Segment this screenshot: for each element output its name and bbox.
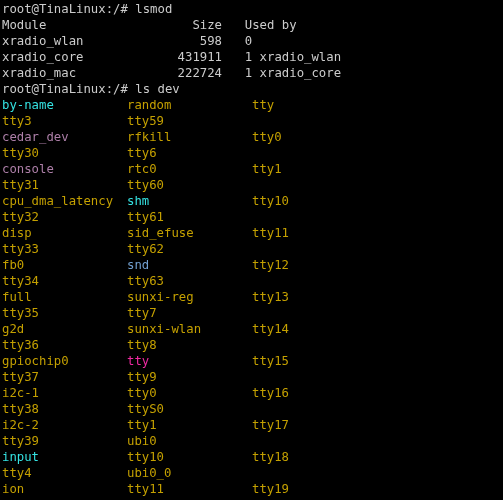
ls-entry: tty3 xyxy=(2,114,127,130)
ls-row: cpu_dma_latencyshmtty10tty32tty61 xyxy=(2,194,501,226)
ls-entry: sunxi-wlan xyxy=(127,322,252,338)
ls-entry: tty38 xyxy=(2,402,127,418)
ls-entry: tty33 xyxy=(2,242,127,258)
ls-entry: tty19 xyxy=(252,482,377,498)
lsmod-module: xradio_mac xyxy=(2,66,142,82)
ls-row: fullsunxi-regtty13tty35tty7 xyxy=(2,290,501,322)
lsmod-module: xradio_core xyxy=(2,50,142,66)
ls-entry: disp xyxy=(2,226,127,242)
ls-entry: random xyxy=(127,98,252,114)
ls-entry: cedar_dev xyxy=(2,130,127,146)
ls-entry: tty18 xyxy=(252,450,377,466)
ls-entry: tty11 xyxy=(252,226,377,242)
ls-entry: tty6 xyxy=(127,146,252,162)
ls-entry: input xyxy=(2,450,127,466)
lsmod-row: xradio_wlan598 0 xyxy=(2,34,501,50)
ls-entry: tty31 xyxy=(2,178,127,194)
ls-entry: tty15 xyxy=(252,354,377,370)
ls-entry: console xyxy=(2,162,127,178)
ls-row: iontty11tty19tty40ubi0_1 xyxy=(2,482,501,500)
ls-entry: ttyS0 xyxy=(127,402,252,418)
prompt-line-1: root@TinaLinux:/# lsmod xyxy=(2,2,501,18)
ls-row: i2c-2tty1tty17tty39ubi0 xyxy=(2,418,501,450)
command-lsmod: lsmod xyxy=(135,2,172,16)
ls-entry: tty xyxy=(252,98,377,114)
ls-entry: tty4 xyxy=(2,466,127,482)
ls-entry: tty1 xyxy=(252,162,377,178)
ls-entry: tty11 xyxy=(127,482,252,498)
ls-row: gpiochip0ttytty15tty37tty9 xyxy=(2,354,501,386)
lsmod-hdr-size: Size xyxy=(142,18,230,34)
ls-entry: tty32 xyxy=(2,210,127,226)
ls-entry: ubi0 xyxy=(127,434,252,450)
ls-row: cedar_devrfkilltty0tty30tty6 xyxy=(2,130,501,162)
ls-entry: sid_efuse xyxy=(127,226,252,242)
ls-entry: tty12 xyxy=(252,258,377,274)
ls-entry: tty10 xyxy=(127,450,252,466)
ls-row: dispsid_efusetty11tty33tty62 xyxy=(2,226,501,258)
prompt-line-2: root@TinaLinux:/# ls dev xyxy=(2,82,501,98)
ls-entry: tty8 xyxy=(127,338,252,354)
lsmod-module: xradio_wlan xyxy=(2,34,142,50)
ls-entry: tty17 xyxy=(252,418,377,434)
lsmod-row: xradio_mac222724 1 xradio_core xyxy=(2,66,501,82)
ls-entry: rfkill xyxy=(127,130,252,146)
ls-entry: tty1 xyxy=(127,418,252,434)
ls-entry: shm xyxy=(127,194,252,210)
ls-entry: sunxi-reg xyxy=(127,290,252,306)
ls-row: consolertc0tty1tty31tty60 xyxy=(2,162,501,194)
prompt-1: root@TinaLinux:/# xyxy=(2,2,135,16)
ls-entry: tty62 xyxy=(127,242,252,258)
lsmod-output: ModuleSize Used by xradio_wlan598 0xradi… xyxy=(2,18,501,82)
ls-entry: tty39 xyxy=(2,434,127,450)
lsmod-size: 598 xyxy=(142,34,230,50)
ls-row: by-namerandomttytty3tty59 xyxy=(2,98,501,130)
ls-row: inputtty10tty18tty4ubi0_0 xyxy=(2,450,501,482)
ls-entry: i2c-2 xyxy=(2,418,127,434)
lsmod-row: xradio_core431911 1 xradio_wlan xyxy=(2,50,501,66)
ls-entry: tty36 xyxy=(2,338,127,354)
ls-entry: tty0 xyxy=(252,130,377,146)
ls-entry: tty61 xyxy=(127,210,252,226)
lsmod-size: 431911 xyxy=(142,50,230,66)
ls-entry: tty37 xyxy=(2,370,127,386)
ls-entry: g2d xyxy=(2,322,127,338)
lsmod-hdr-module: Module xyxy=(2,18,142,34)
ls-entry: rtc0 xyxy=(127,162,252,178)
ls-entry: cpu_dma_latency xyxy=(2,194,127,210)
lsmod-usedby: 0 xyxy=(245,34,252,50)
ls-row: i2c-1tty0tty16tty38ttyS0 xyxy=(2,386,501,418)
terminal[interactable]: root@TinaLinux:/# lsmod ModuleSize Used … xyxy=(0,0,503,500)
ls-entry: ubi0_0 xyxy=(127,466,252,482)
lsdev-output: by-namerandomttytty3tty59cedar_devrfkill… xyxy=(2,98,501,500)
ls-entry: tty60 xyxy=(127,178,252,194)
ls-entry: tty14 xyxy=(252,322,377,338)
ls-entry: tty0 xyxy=(127,386,252,402)
ls-entry: full xyxy=(2,290,127,306)
lsmod-usedby: 1 xradio_core xyxy=(245,66,341,82)
ls-entry: tty xyxy=(127,354,252,370)
lsmod-size: 222724 xyxy=(142,66,230,82)
ls-entry: snd xyxy=(127,258,252,274)
lsmod-hdr-used: Used by xyxy=(245,18,297,34)
ls-entry: tty35 xyxy=(2,306,127,322)
ls-entry: ion xyxy=(2,482,127,498)
ls-entry: tty16 xyxy=(252,386,377,402)
ls-row: g2dsunxi-wlantty14tty36tty8 xyxy=(2,322,501,354)
ls-entry: tty9 xyxy=(127,370,252,386)
lsmod-header: ModuleSize Used by xyxy=(2,18,501,34)
ls-row: fb0sndtty12tty34tty63 xyxy=(2,258,501,290)
lsmod-usedby: 1 xradio_wlan xyxy=(245,50,341,66)
ls-entry: tty34 xyxy=(2,274,127,290)
ls-entry: tty63 xyxy=(127,274,252,290)
ls-entry: tty59 xyxy=(127,114,252,130)
ls-entry: i2c-1 xyxy=(2,386,127,402)
ls-entry: fb0 xyxy=(2,258,127,274)
ls-entry: tty13 xyxy=(252,290,377,306)
ls-entry: by-name xyxy=(2,98,127,114)
command-lsdev: ls dev xyxy=(135,82,179,96)
ls-entry: tty7 xyxy=(127,306,252,322)
prompt-2: root@TinaLinux:/# xyxy=(2,82,135,96)
ls-entry: tty30 xyxy=(2,146,127,162)
ls-entry: gpiochip0 xyxy=(2,354,127,370)
